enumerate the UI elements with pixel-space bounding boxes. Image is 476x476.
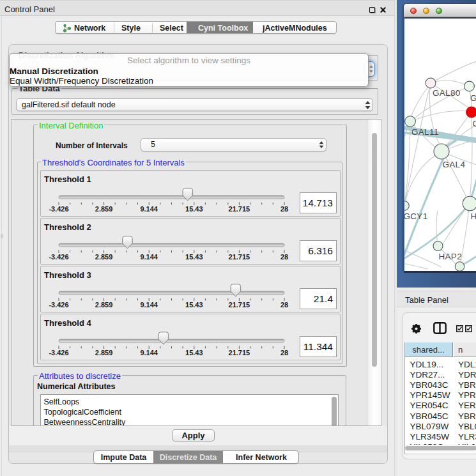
svg-text:9.144: 9.144 xyxy=(140,253,158,261)
svg-text:9.144: 9.144 xyxy=(140,205,158,213)
svg-text:21.715: 21.715 xyxy=(229,301,250,309)
svg-text:2.859: 2.859 xyxy=(95,301,113,309)
svg-text:2.859: 2.859 xyxy=(95,253,113,261)
svg-text:28: 28 xyxy=(280,301,288,309)
svg-text:9.144: 9.144 xyxy=(140,349,158,357)
svg-text:15.43: 15.43 xyxy=(185,301,203,309)
svg-text:21.715: 21.715 xyxy=(229,205,250,213)
svg-text:15.43: 15.43 xyxy=(185,253,203,261)
svg-text:-3.426: -3.426 xyxy=(49,253,68,261)
svg-text:GAL80: GAL80 xyxy=(433,88,461,98)
svg-text:21.715: 21.715 xyxy=(229,349,250,357)
svg-text:-3.426: -3.426 xyxy=(49,301,68,309)
svg-text:28: 28 xyxy=(280,253,288,261)
svg-text:28: 28 xyxy=(280,205,288,213)
svg-text:9.144: 9.144 xyxy=(140,301,158,309)
svg-text:C: C xyxy=(473,119,476,128)
svg-text:28: 28 xyxy=(280,349,288,357)
svg-text:2.859: 2.859 xyxy=(95,349,113,357)
svg-text:15.43: 15.43 xyxy=(185,205,203,213)
svg-text:HAP2: HAP2 xyxy=(439,252,462,261)
svg-text:H: H xyxy=(471,211,476,221)
svg-text:GCY1: GCY1 xyxy=(404,211,427,221)
svg-text:21.715: 21.715 xyxy=(229,253,250,261)
svg-text:-3.426: -3.426 xyxy=(49,349,68,357)
svg-text:GAL4: GAL4 xyxy=(443,160,466,169)
svg-text:2.859: 2.859 xyxy=(95,205,113,213)
svg-text:GAL11: GAL11 xyxy=(411,127,439,137)
svg-text:-3.426: -3.426 xyxy=(49,205,68,213)
svg-text:15.43: 15.43 xyxy=(185,349,203,357)
svg-text:GA: GA xyxy=(470,93,476,103)
